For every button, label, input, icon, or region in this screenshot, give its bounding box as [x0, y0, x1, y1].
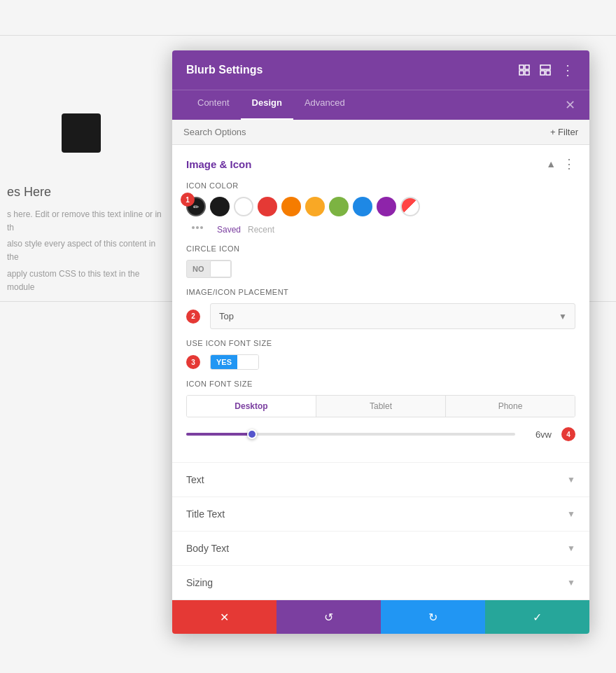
yes-label: YES — [211, 355, 237, 369]
title-text-section-row[interactable]: Title Text ▼ — [172, 497, 589, 532]
slider-row: 6vw 4 — [186, 427, 575, 441]
modal-footer: ✕ ↺ ↻ ✓ — [172, 600, 589, 634]
search-bar: + Filter — [172, 120, 589, 145]
slider-value: 6vw — [524, 429, 552, 440]
undo-button[interactable]: ↺ — [276, 600, 381, 634]
placement-field: Image/Icon Placement 2 Top Left Right Bo… — [186, 288, 575, 329]
circle-icon-switch[interactable]: NO — [186, 260, 232, 278]
color-swatch-black[interactable] — [210, 197, 230, 216]
undo-icon: ↺ — [324, 611, 333, 624]
section-controls: ▲ ⋮ — [546, 156, 575, 172]
filter-button[interactable]: + Filter — [550, 127, 578, 137]
text-section-label: Text — [186, 474, 204, 485]
body-text-section-label: Body Text — [186, 543, 229, 554]
text-section-arrow: ▼ — [567, 475, 575, 485]
modal-title: Blurb Settings — [186, 64, 262, 76]
section-collapse-button[interactable]: ▲ — [546, 158, 556, 169]
section-menu-button[interactable]: ⋮ — [563, 156, 575, 172]
sizing-section-arrow: ▼ — [567, 578, 575, 588]
svg-rect-5 — [540, 71, 545, 75]
slider-track[interactable] — [186, 433, 515, 436]
step-badge-1: 1 — [181, 193, 195, 207]
icon-font-size-field: Icon Font Size Desktop Tablet Phone 6vw … — [186, 380, 575, 441]
use-icon-font-size-row: 3 YES — [186, 354, 575, 370]
yes-no-toggle[interactable]: YES — [210, 354, 259, 370]
step-badge-2: 2 — [186, 310, 200, 324]
bg-black-box — [62, 113, 101, 153]
no-thumb — [237, 355, 258, 369]
color-swatch-white[interactable] — [234, 197, 253, 216]
more-options-icon[interactable]: ⋮ — [561, 62, 575, 78]
title-text-section-label: Title Text — [186, 508, 225, 520]
device-tab-desktop[interactable]: Desktop — [187, 396, 316, 417]
section-header: Image & Icon ▲ ⋮ — [186, 156, 575, 172]
save-button[interactable]: ✓ — [485, 600, 589, 634]
placement-label: Image/Icon Placement — [186, 288, 575, 296]
cancel-icon: ✕ — [220, 611, 229, 624]
color-edit-swatch-wrap: 1 — [186, 197, 206, 216]
svg-rect-3 — [525, 71, 529, 75]
saved-tab[interactable]: Saved — [217, 225, 241, 235]
color-swatch-none[interactable] — [400, 197, 420, 216]
use-icon-font-size-field: Use Icon Font Size 3 YES — [186, 339, 575, 370]
step-badge-4: 4 — [561, 427, 575, 441]
step-badge-3: 3 — [186, 355, 200, 369]
bg-line-1 — [0, 35, 616, 36]
save-icon: ✓ — [533, 611, 542, 624]
color-swatch-orange[interactable] — [281, 197, 301, 216]
blurb-settings-modal: Blurb Settings ⋮ Content — [172, 50, 589, 634]
color-swatch-yellow[interactable] — [305, 197, 325, 216]
modal-header: Blurb Settings ⋮ — [172, 50, 589, 90]
sizing-section-row[interactable]: Sizing ▼ — [172, 566, 589, 600]
device-tab-phone[interactable]: Phone — [446, 396, 575, 417]
slider-thumb[interactable] — [247, 429, 257, 439]
more-colors-button[interactable] — [186, 223, 209, 232]
redo-button[interactable]: ↻ — [381, 600, 485, 634]
color-swatch-blue[interactable] — [353, 197, 372, 216]
tab-content[interactable]: Content — [186, 90, 241, 120]
modal-close-button[interactable]: ✕ — [565, 90, 575, 120]
placement-select[interactable]: Top Left Right Bottom — [210, 303, 575, 329]
saved-recent-tabs: Saved Recent — [214, 225, 274, 235]
tab-advanced[interactable]: Advanced — [293, 90, 356, 120]
use-icon-font-size-label: Use Icon Font Size — [186, 339, 575, 347]
slider-container: 6vw 4 — [186, 427, 575, 441]
svg-rect-0 — [519, 65, 524, 69]
body-text-section-arrow: ▼ — [567, 543, 575, 553]
slider-fill — [186, 433, 252, 436]
modal-header-icons: ⋮ — [519, 62, 575, 78]
sizing-section-label: Sizing — [186, 577, 213, 588]
tab-design[interactable]: Design — [241, 90, 293, 120]
section-title: Image & Icon — [186, 158, 251, 170]
color-swatch-purple[interactable] — [377, 197, 396, 216]
circle-icon-no-label: NO — [187, 262, 210, 276]
placement-row: 2 Top Left Right Bottom ▼ — [186, 303, 575, 329]
icon-color-label: Icon Color — [186, 181, 575, 190]
color-tabs-row: Saved Recent — [186, 221, 575, 235]
layout-icon[interactable] — [540, 64, 551, 76]
expand-icon[interactable] — [519, 64, 530, 76]
recent-tab[interactable]: Recent — [248, 225, 274, 235]
svg-rect-1 — [525, 65, 529, 69]
svg-rect-4 — [540, 65, 550, 69]
body-text-section-row[interactable]: Body Text ▼ — [172, 532, 589, 566]
color-swatch-green[interactable] — [329, 197, 349, 216]
title-text-section-arrow: ▼ — [567, 509, 575, 519]
svg-rect-6 — [546, 71, 550, 75]
text-section-row[interactable]: Text ▼ — [172, 463, 589, 497]
circle-icon-toggle: NO — [186, 260, 575, 278]
circle-icon-label: Circle Icon — [186, 244, 575, 253]
icon-color-field: Icon Color 1 — [186, 181, 575, 235]
color-swatch-red[interactable] — [258, 197, 277, 216]
search-input[interactable] — [183, 127, 550, 137]
icon-font-size-label: Icon Font Size — [186, 380, 575, 388]
cancel-button[interactable]: ✕ — [172, 600, 276, 634]
bg-text-area: es Here s here. Edit or remove this text… — [0, 182, 172, 294]
modal-tabs: Content Design Advanced ✕ — [172, 90, 589, 120]
modal-body: Image & Icon ▲ ⋮ Icon Color 1 — [172, 145, 589, 600]
device-tab-tablet[interactable]: Tablet — [316, 396, 446, 417]
circle-icon-field: Circle Icon NO — [186, 244, 575, 278]
image-icon-section: Image & Icon ▲ ⋮ Icon Color 1 — [172, 145, 589, 463]
color-swatches: 1 — [186, 197, 575, 216]
circle-icon-thumb — [210, 261, 231, 277]
